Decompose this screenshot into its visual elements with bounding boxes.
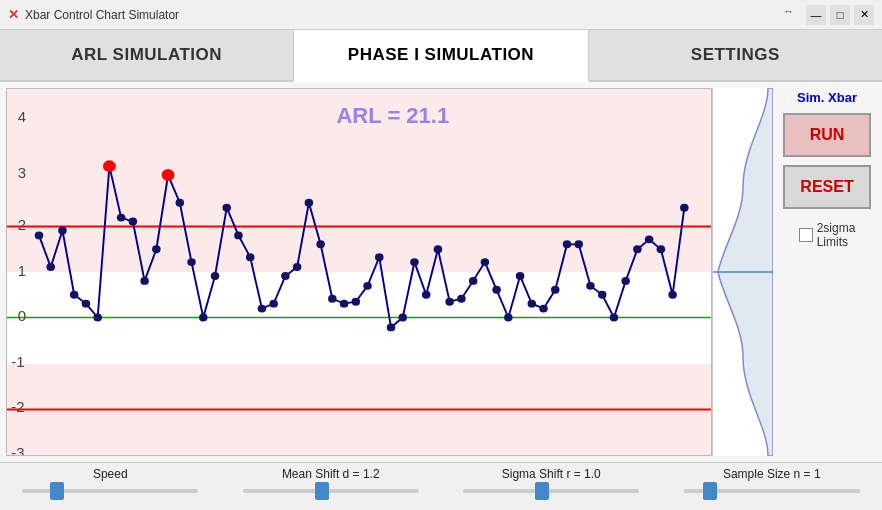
speed-slider-track xyxy=(22,489,198,493)
svg-point-17 xyxy=(58,226,67,234)
svg-text:1: 1 xyxy=(18,263,26,278)
svg-point-39 xyxy=(316,240,325,248)
svg-point-37 xyxy=(293,263,302,271)
svg-point-66 xyxy=(633,245,642,253)
titlebar-left: ✕ Xbar Control Chart Simulator xyxy=(8,7,179,22)
svg-point-54 xyxy=(492,286,501,294)
close-button[interactable]: ✕ xyxy=(854,5,874,25)
svg-point-20 xyxy=(93,314,102,322)
svg-text:-2: -2 xyxy=(11,400,24,415)
controls-bar: Speed Mean Shift d = 1.2 Sigma Shift r =… xyxy=(0,462,882,510)
svg-point-38 xyxy=(305,199,314,207)
svg-point-55 xyxy=(504,314,513,322)
sigma-shift-label: Sigma Shift r = 1.0 xyxy=(502,467,601,481)
svg-point-58 xyxy=(539,305,548,313)
tab-phase1[interactable]: PHASE I SIMULATION xyxy=(294,30,588,82)
svg-point-31 xyxy=(222,204,231,212)
sigma-shift-slider-thumb[interactable] xyxy=(535,482,549,500)
speed-slider-thumb[interactable] xyxy=(50,482,64,500)
svg-point-48 xyxy=(422,291,431,299)
speed-label: Speed xyxy=(93,467,128,481)
mean-shift-slider-thumb[interactable] xyxy=(315,482,329,500)
svg-point-43 xyxy=(363,282,372,290)
svg-point-16 xyxy=(46,263,55,271)
svg-point-27 xyxy=(176,199,185,207)
distribution-panel xyxy=(712,88,772,456)
svg-point-30 xyxy=(211,272,220,280)
control-sigma-shift: Sigma Shift r = 1.0 xyxy=(441,467,662,493)
svg-point-28 xyxy=(187,258,196,266)
svg-point-61 xyxy=(574,240,583,248)
control-mean-shift: Mean Shift d = 1.2 xyxy=(221,467,442,493)
mean-shift-label: Mean Shift d = 1.2 xyxy=(282,467,380,481)
svg-point-42 xyxy=(352,298,361,306)
svg-point-25 xyxy=(152,245,161,253)
sample-size-label: Sample Size n = 1 xyxy=(723,467,821,481)
minimize-button[interactable]: — xyxy=(806,5,826,25)
svg-text:4: 4 xyxy=(18,109,26,124)
sidebar-title: Sim. Xbar xyxy=(797,90,857,105)
run-button[interactable]: RUN xyxy=(783,113,871,157)
chart-svg: 4 3 2 1 0 -1 -2 -3 -4 xyxy=(7,89,711,455)
svg-point-22 xyxy=(117,214,126,222)
sigma-limits-label: 2sigma Limits xyxy=(817,221,856,249)
chart-container: ARL = 21.1 4 3 2 1 0 -1 -2 -3 -4 xyxy=(6,88,712,456)
app-title: Xbar Control Chart Simulator xyxy=(25,8,179,22)
sample-size-slider-thumb[interactable] xyxy=(703,482,717,500)
svg-text:0: 0 xyxy=(18,309,26,324)
reset-button[interactable]: RESET xyxy=(783,165,871,209)
svg-point-35 xyxy=(269,300,278,308)
sample-size-slider-track xyxy=(684,489,860,493)
svg-point-69 xyxy=(668,291,677,299)
svg-point-60 xyxy=(563,240,572,248)
svg-point-45 xyxy=(387,323,396,331)
svg-point-29 xyxy=(199,314,208,322)
control-speed: Speed xyxy=(0,467,221,493)
svg-point-24 xyxy=(140,277,149,285)
svg-point-47 xyxy=(410,258,419,266)
svg-point-59 xyxy=(551,286,560,294)
tabbar: ARL SIMULATION PHASE I SIMULATION SETTIN… xyxy=(0,30,882,82)
svg-point-32 xyxy=(234,231,243,239)
svg-point-63 xyxy=(598,291,607,299)
svg-point-44 xyxy=(375,253,384,261)
svg-point-23 xyxy=(129,218,138,226)
svg-point-40 xyxy=(328,295,337,303)
svg-point-64 xyxy=(610,314,619,322)
tab-arl[interactable]: ARL SIMULATION xyxy=(0,30,294,80)
svg-point-65 xyxy=(621,277,630,285)
svg-point-46 xyxy=(398,314,407,322)
sidebar: Sim. Xbar RUN RESET 2sigma Limits xyxy=(772,82,882,462)
svg-point-53 xyxy=(481,258,490,266)
svg-point-21 xyxy=(103,160,116,172)
svg-text:3: 3 xyxy=(18,166,26,181)
svg-point-33 xyxy=(246,253,255,261)
svg-point-52 xyxy=(469,277,478,285)
svg-point-70 xyxy=(680,204,689,212)
tab-settings[interactable]: SETTINGS xyxy=(589,30,882,80)
svg-point-56 xyxy=(516,272,525,280)
main-content: ARL = 21.1 4 3 2 1 0 -1 -2 -3 -4 xyxy=(0,82,882,462)
svg-point-36 xyxy=(281,272,290,280)
titlebar-controls: ↔ — □ ✕ xyxy=(783,5,874,25)
svg-point-57 xyxy=(528,300,537,308)
sigma-limits-checkbox[interactable] xyxy=(799,228,813,242)
sigma-limits-group: 2sigma Limits xyxy=(799,221,856,249)
svg-point-49 xyxy=(434,245,443,253)
distribution-svg xyxy=(713,88,773,456)
svg-point-26 xyxy=(162,169,175,181)
svg-point-51 xyxy=(457,295,466,303)
control-sample-size: Sample Size n = 1 xyxy=(662,467,883,493)
svg-point-15 xyxy=(35,231,44,239)
svg-text:-1: -1 xyxy=(11,354,24,369)
svg-point-50 xyxy=(445,298,454,306)
svg-point-19 xyxy=(82,300,91,308)
svg-text:-3: -3 xyxy=(11,445,24,455)
maximize-button[interactable]: □ xyxy=(830,5,850,25)
svg-point-67 xyxy=(645,235,654,243)
sigma-shift-slider-track xyxy=(463,489,639,493)
svg-point-41 xyxy=(340,300,349,308)
titlebar: ✕ Xbar Control Chart Simulator ↔ — □ ✕ xyxy=(0,0,882,30)
svg-point-62 xyxy=(586,282,595,290)
resize-icon: ↔ xyxy=(783,5,802,25)
